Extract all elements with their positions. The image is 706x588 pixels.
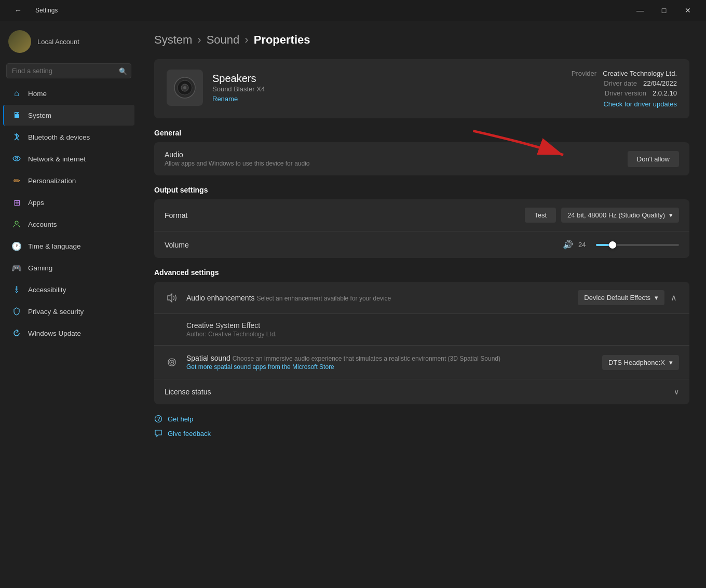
- dont-allow-button[interactable]: Don't allow: [628, 151, 679, 167]
- sidebar-item-apps-label: Apps: [28, 199, 44, 207]
- titlebar-left: ← Settings: [6, 2, 58, 19]
- sidebar-item-bluetooth[interactable]: Bluetooth & devices: [3, 127, 134, 147]
- back-button[interactable]: ←: [6, 2, 30, 19]
- volume-slider[interactable]: [596, 244, 679, 246]
- app-title: Settings: [35, 7, 58, 14]
- sidebar-item-update-label: Windows Update: [28, 330, 81, 337]
- enhancements-value: Device Default Effects: [584, 294, 650, 302]
- format-select[interactable]: 24 bit, 48000 Hz (Studio Quality) ▾: [561, 208, 679, 223]
- check-driver-updates-link[interactable]: Check for driver updates: [572, 100, 677, 108]
- titlebar: ← Settings — □ ✕: [0, 0, 706, 21]
- sidebar-item-time-label: Time & language: [28, 242, 81, 250]
- give-feedback-link[interactable]: Give feedback: [154, 429, 689, 437]
- network-icon: [11, 154, 22, 164]
- search-box: 🔍: [6, 63, 131, 78]
- sidebar-item-system[interactable]: 🖥 System: [3, 105, 134, 126]
- spatial-desc: Choose an immersive audio experience tha…: [233, 355, 500, 362]
- format-row-left: Format: [165, 211, 187, 220]
- advanced-settings-card: Audio enhancements Select an enhancement…: [154, 282, 689, 404]
- sidebar-item-privacy-label: Privacy & security: [28, 308, 84, 316]
- volume-wrap: 🔊 24: [563, 240, 679, 250]
- enhancements-label: Audio enhancements: [186, 294, 255, 302]
- enhancements-dropdown[interactable]: Device Default Effects ▾: [578, 290, 664, 305]
- sidebar-item-apps[interactable]: ⊞ Apps: [3, 192, 134, 213]
- advanced-section-title: Advanced settings: [154, 268, 689, 277]
- spatial-row-left: Spatial sound Choose an immersive audio …: [165, 354, 500, 371]
- home-icon: ⌂: [11, 88, 22, 99]
- avatar: [8, 30, 31, 53]
- gaming-icon: 🎮: [11, 263, 22, 273]
- close-button[interactable]: ✕: [676, 2, 700, 19]
- search-input[interactable]: [6, 63, 131, 78]
- provider-label: Provider: [572, 70, 596, 77]
- breadcrumb-current: Properties: [254, 33, 310, 47]
- volume-value: 24: [578, 241, 591, 249]
- volume-row-right: 🔊 24: [563, 240, 679, 250]
- sidebar-item-personalization[interactable]: ✏ Personalization: [3, 170, 134, 191]
- general-section-title: General: [154, 129, 689, 137]
- feedback-icon: [154, 429, 162, 437]
- format-row: Format Test 24 bit, 48000 Hz (Studio Qua…: [154, 199, 689, 231]
- volume-icon: 🔊: [563, 240, 573, 250]
- sidebar-item-accessibility[interactable]: Accessibility: [3, 279, 134, 300]
- svg-point-0: [16, 157, 18, 159]
- spatial-icon: [165, 355, 179, 370]
- volume-row: Volume 🔊 24: [154, 231, 689, 258]
- spatial-chevron-icon: ▾: [669, 359, 673, 366]
- format-label: Format: [165, 211, 187, 220]
- svg-point-1: [15, 221, 18, 224]
- license-row[interactable]: License status ∨: [154, 379, 689, 404]
- sidebar-item-home[interactable]: ⌂ Home: [3, 83, 134, 104]
- rename-link[interactable]: Rename: [212, 95, 265, 103]
- sidebar-item-network-label: Network & internet: [28, 155, 86, 163]
- get-help-link[interactable]: ? Get help: [154, 415, 689, 423]
- audio-row-left: Audio Allow apps and Windows to use this…: [165, 151, 310, 167]
- format-row-right: Test 24 bit, 48000 Hz (Studio Quality) ▾: [525, 208, 679, 223]
- sidebar-item-network[interactable]: Network & internet: [3, 148, 134, 169]
- spatial-dropdown[interactable]: DTS Headphone:X ▾: [602, 355, 679, 370]
- test-button[interactable]: Test: [525, 208, 556, 223]
- breadcrumb-sound[interactable]: Sound: [207, 33, 240, 47]
- audio-row: Audio Allow apps and Windows to use this…: [154, 142, 689, 175]
- general-settings-card: Audio Allow apps and Windows to use this…: [154, 142, 689, 175]
- sidebar-item-accounts-label: Accounts: [28, 221, 57, 228]
- driver-version-value: 2.0.2.10: [653, 89, 677, 97]
- speaker-icon-wrap: [167, 70, 203, 106]
- effect-label: Creative System Effect: [186, 321, 679, 330]
- svg-point-7: [171, 362, 173, 363]
- app-body: Local Account 🔍 ⌂ Home 🖥 System Bluetoot…: [0, 21, 706, 588]
- breadcrumb-sep2: ›: [245, 33, 248, 47]
- system-icon: 🖥: [11, 110, 22, 120]
- enhancements-text: Audio enhancements Select an enhancement…: [186, 294, 391, 302]
- format-chevron-icon: ▾: [669, 211, 673, 219]
- time-icon: 🕐: [11, 241, 22, 251]
- minimize-button[interactable]: —: [628, 2, 652, 19]
- breadcrumb-system[interactable]: System: [154, 33, 192, 47]
- driver-date-row: Driver date 22/04/2022: [572, 79, 677, 87]
- svg-text:?: ?: [157, 416, 160, 422]
- effect-author: Author: Creative Technology Ltd.: [186, 331, 679, 338]
- sidebar-user: Local Account: [0, 25, 138, 61]
- personalization-icon: ✏: [11, 175, 22, 186]
- driver-date-label: Driver date: [604, 79, 637, 87]
- get-help-icon: ?: [154, 415, 162, 423]
- driver-version-label: Driver version: [605, 89, 646, 97]
- sidebar-item-time[interactable]: 🕐 Time & language: [3, 236, 134, 256]
- bluetooth-icon: [11, 132, 22, 142]
- sidebar-item-accounts[interactable]: Accounts: [3, 214, 134, 235]
- give-feedback-label: Give feedback: [168, 430, 211, 437]
- sidebar-item-gaming[interactable]: 🎮 Gaming: [3, 257, 134, 278]
- spatial-row-right: DTS Headphone:X ▾: [602, 355, 679, 370]
- sidebar-item-update[interactable]: Windows Update: [3, 323, 134, 344]
- enhancements-collapse-button[interactable]: ∧: [669, 291, 679, 305]
- sidebar-item-bluetooth-label: Bluetooth & devices: [28, 133, 90, 141]
- maximize-button[interactable]: □: [652, 2, 676, 19]
- format-value: 24 bit, 48000 Hz (Studio Quality): [567, 211, 665, 219]
- sidebar-item-privacy[interactable]: Privacy & security: [3, 301, 134, 322]
- help-section: ? Get help Give feedback: [154, 415, 689, 437]
- license-label: License status: [165, 388, 211, 396]
- driver-version-row: Driver version 2.0.2.10: [572, 89, 677, 97]
- volume-row-left: Volume: [165, 241, 189, 249]
- spatial-store-link[interactable]: Get more spatial sound apps from the Mic…: [186, 363, 500, 371]
- privacy-icon: [11, 306, 22, 317]
